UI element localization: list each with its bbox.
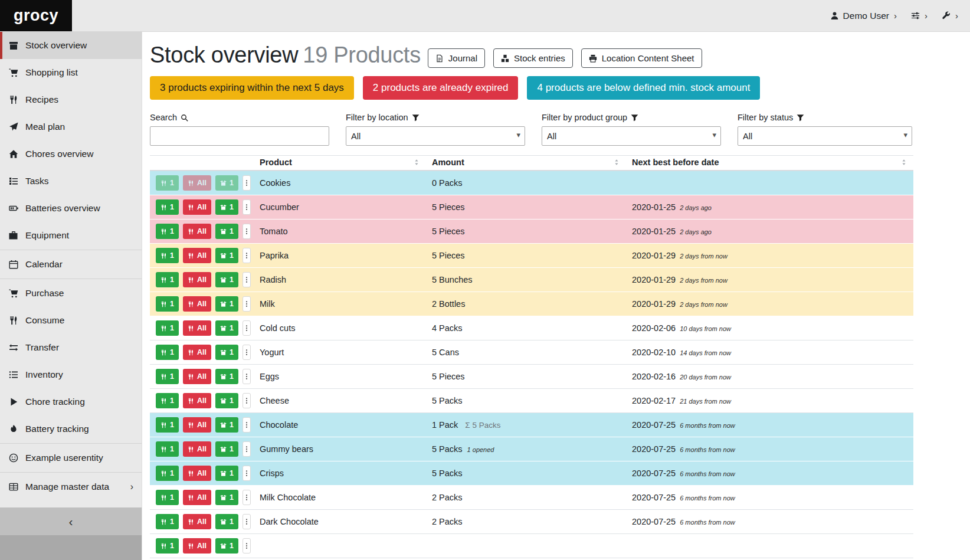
consume-one-button[interactable]: 1 [156, 417, 179, 433]
settings-menu[interactable]: › [911, 11, 928, 21]
open-one-button[interactable]: 1 [215, 199, 238, 215]
row-menu-button[interactable] [242, 272, 251, 287]
consume-one-button[interactable]: 1 [156, 175, 179, 191]
consume-one-button[interactable]: 1 [156, 320, 179, 336]
row-menu-button[interactable] [242, 224, 251, 239]
consume-all-button[interactable]: All [183, 199, 211, 215]
open-one-button[interactable]: 1 [215, 369, 238, 384]
open-one-button[interactable]: 1 [215, 345, 238, 360]
status-filter-select[interactable]: All [738, 126, 912, 146]
open-one-button[interactable]: 1 [215, 248, 238, 263]
column-header-best-before-date[interactable]: Next best before date [626, 156, 913, 171]
row-menu-button[interactable] [242, 320, 251, 336]
product-group-filter-select[interactable]: All [542, 126, 721, 146]
consume-all-button[interactable]: All [183, 490, 211, 505]
sidebar-item-stock-overview[interactable]: Stock overview [0, 32, 142, 59]
consume-one-button[interactable]: 1 [156, 199, 179, 215]
consume-one-button[interactable]: 1 [156, 224, 179, 239]
consume-all-button[interactable]: All [183, 272, 211, 287]
consume-all-button[interactable]: All [183, 441, 211, 457]
consume-all-button[interactable]: All [183, 224, 211, 239]
consume-all-button[interactable]: All [183, 393, 211, 408]
journal-button[interactable]: Journal [428, 48, 485, 68]
admin-menu[interactable]: › [942, 11, 958, 21]
open-one-button[interactable]: 1 [215, 296, 238, 312]
row-menu-button[interactable] [242, 175, 251, 191]
expired-products-banner[interactable]: 2 products are already expired [363, 76, 519, 100]
sidebar-item-batteries-overview[interactable]: Batteries overview [0, 195, 142, 222]
open-one-button[interactable]: 1 [215, 393, 238, 408]
sidebar-item-shopping-list[interactable]: Shopping list [0, 59, 142, 86]
consume-one-button[interactable]: 1 [156, 345, 179, 360]
open-one-button[interactable]: 1 [215, 417, 238, 433]
consume-all-button[interactable]: All [183, 466, 211, 481]
sort-icon[interactable] [613, 159, 620, 166]
row-menu-button[interactable] [242, 199, 251, 215]
consume-all-button[interactable]: All [183, 296, 211, 312]
consume-one-button[interactable]: 1 [156, 490, 179, 505]
consume-one-button[interactable]: 1 [156, 514, 179, 529]
consume-all-button[interactable]: All [183, 369, 211, 384]
row-menu-button[interactable] [242, 248, 251, 263]
row-menu-button[interactable] [242, 369, 251, 384]
consume-one-button[interactable]: 1 [156, 369, 179, 384]
sidebar-item-battery-tracking[interactable]: Battery tracking [0, 415, 142, 443]
sidebar-item-purchase[interactable]: Purchase [0, 280, 142, 307]
open-one-button[interactable]: 1 [215, 441, 238, 457]
open-one-button[interactable]: 1 [215, 514, 238, 529]
user-menu[interactable]: Demo User › [830, 11, 897, 21]
consume-all-button[interactable]: All [183, 320, 211, 336]
consume-all-button[interactable]: All [183, 417, 211, 433]
sidebar-item-meal-plan[interactable]: Meal plan [0, 113, 142, 140]
expiring-products-banner[interactable]: 3 products expiring within the next 5 da… [150, 76, 354, 100]
sort-icon[interactable] [413, 159, 420, 166]
search-input[interactable] [150, 126, 329, 146]
column-header-amount[interactable]: Amount [426, 156, 626, 171]
location-filter-select[interactable]: All [346, 126, 525, 146]
location-content-sheet-button[interactable]: Location Content Sheet [581, 48, 702, 68]
sidebar-item-example-userentity[interactable]: Example userentity [0, 444, 142, 471]
row-menu-button[interactable] [242, 490, 251, 505]
row-menu-button[interactable] [242, 345, 251, 360]
row-menu-button[interactable] [242, 393, 251, 408]
open-one-button[interactable]: 1 [215, 272, 238, 287]
open-one-button[interactable]: 1 [215, 466, 238, 481]
sidebar-item-manage-master-data[interactable]: Manage master data› [0, 473, 142, 500]
consume-all-button[interactable]: All [183, 514, 211, 529]
brand-logo[interactable]: grocy [0, 0, 72, 31]
sidebar-item-chore-tracking[interactable]: Chore tracking [0, 388, 142, 415]
row-menu-button[interactable] [242, 514, 251, 529]
sidebar-item-consume[interactable]: Consume [0, 307, 142, 334]
sidebar-item-chores-overview[interactable]: Chores overview [0, 140, 142, 168]
open-one-button[interactable]: 1 [215, 175, 238, 191]
consume-one-button[interactable]: 1 [156, 296, 179, 312]
consume-one-button[interactable]: 1 [156, 538, 179, 554]
sort-icon[interactable] [900, 159, 907, 166]
open-one-button[interactable]: 1 [215, 538, 238, 554]
open-one-button[interactable]: 1 [215, 490, 238, 505]
sidebar-item-transfer[interactable]: Transfer [0, 334, 142, 361]
row-menu-button[interactable] [242, 296, 251, 312]
consume-one-button[interactable]: 1 [156, 248, 179, 263]
open-one-button[interactable]: 1 [215, 320, 238, 336]
consume-all-button[interactable]: All [183, 248, 211, 263]
consume-all-button[interactable]: All [183, 538, 211, 554]
row-menu-button[interactable] [242, 417, 251, 433]
sidebar-item-tasks[interactable]: Tasks [0, 168, 142, 195]
consume-one-button[interactable]: 1 [156, 393, 179, 408]
stock-entries-button[interactable]: Stock entries [493, 48, 573, 68]
sidebar-item-calendar[interactable]: Calendar [0, 251, 142, 278]
sidebar-collapse-button[interactable]: ‹ [0, 507, 142, 535]
row-menu-button[interactable] [242, 441, 251, 457]
consume-one-button[interactable]: 1 [156, 466, 179, 481]
consume-all-button[interactable]: All [183, 345, 211, 360]
row-menu-button[interactable] [242, 538, 251, 554]
below-min-stock-banner[interactable]: 4 products are below defined min. stock … [527, 76, 760, 100]
sidebar-item-recipes[interactable]: Recipes [0, 86, 142, 113]
consume-all-button[interactable]: All [183, 175, 211, 191]
sidebar-item-inventory[interactable]: Inventory [0, 361, 142, 388]
row-menu-button[interactable] [242, 466, 251, 481]
consume-one-button[interactable]: 1 [156, 272, 179, 287]
column-header-product[interactable]: Product [254, 156, 426, 171]
consume-one-button[interactable]: 1 [156, 441, 179, 457]
